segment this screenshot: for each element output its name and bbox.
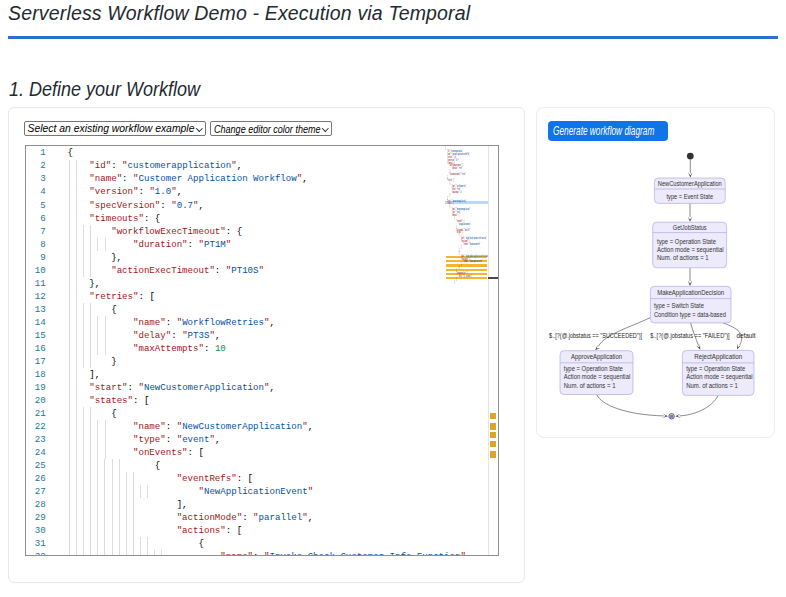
svg-text:type = Operation State: type = Operation State <box>657 238 716 246</box>
svg-text:Num. of actions = 1: Num. of actions = 1 <box>657 254 709 261</box>
svg-text:Num. of actions = 1: Num. of actions = 1 <box>686 382 738 389</box>
svg-text:ApproveApplication: ApproveApplication <box>571 353 622 361</box>
svg-text:Condition type = data-based: Condition type = data-based <box>654 311 726 319</box>
svg-text:type = Operation State: type = Operation State <box>686 365 745 373</box>
svg-text:Action mode = sequential: Action mode = sequential <box>686 373 753 381</box>
svg-text:GetJobStatus: GetJobStatus <box>673 224 707 231</box>
svg-text:type = Event State: type = Event State <box>667 193 714 201</box>
svg-text:NewCustomerApplication: NewCustomerApplication <box>658 180 722 188</box>
svg-text:Action mode = sequential: Action mode = sequential <box>657 246 724 254</box>
svg-text:MakeApplicationDecision: MakeApplicationDecision <box>657 289 724 297</box>
svg-text:RejectApplication: RejectApplication <box>694 353 742 361</box>
svg-text:$..[?(@.jobstatus == "FAILED"): $..[?(@.jobstatus == "FAILED")] <box>650 332 730 340</box>
svg-text:Num. of actions = 1: Num. of actions = 1 <box>564 382 616 389</box>
svg-text:$..[?(@.jobstatus == "SUCCEEDE: $..[?(@.jobstatus == "SUCCEEDED")] <box>549 332 642 340</box>
svg-text:Action mode = sequential: Action mode = sequential <box>564 373 631 381</box>
svg-text:default: default <box>736 332 755 339</box>
svg-text:type = Operation State: type = Operation State <box>564 365 623 373</box>
svg-text:type = Switch State: type = Switch State <box>654 302 704 310</box>
